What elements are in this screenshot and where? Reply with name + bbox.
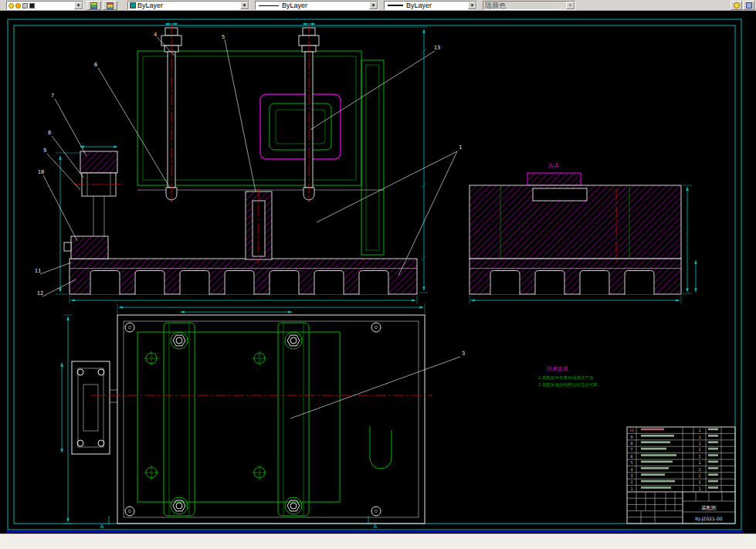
bom-row-no: 3 <box>630 473 632 478</box>
bom-row-qty: 1 <box>698 473 700 478</box>
bom-row-name-text <box>641 435 674 437</box>
lineweight-sample-icon <box>388 5 403 6</box>
callout-number: 1 <box>459 144 462 151</box>
lineweight-value: ByLayer <box>406 2 432 9</box>
title-block[interactable]: 装配图 RJ-JZ021-00 101918171615142312111 <box>627 427 735 524</box>
section-view-aa[interactable]: A-A <box>470 163 681 295</box>
layer-dropdown[interactable]: ▼ <box>6 1 83 10</box>
rail-left[interactable] <box>164 323 195 516</box>
toolbar-extra-button-2[interactable] <box>743 1 754 10</box>
application-window: ▼ ByLayer ▼ ByLayer ▼ ByLayer ▼ 随颜色 <box>0 0 756 549</box>
bom-row-material-text <box>708 467 718 469</box>
drawing-title: 装配图 <box>701 505 717 511</box>
plan-view[interactable] <box>72 315 432 524</box>
current-color-swatch <box>130 2 136 8</box>
bom-row-qty: 1 <box>698 460 700 465</box>
bom-row-qty: 2 <box>698 467 700 472</box>
lineweight-dropdown[interactable]: ByLayer ▼ <box>384 1 477 10</box>
tech-requirements-line: 2.装配后各活动部位应灵活可靠。 <box>538 382 602 388</box>
bom-row-no: 2 <box>630 480 632 484</box>
drawing-number: RJ-JZ021-00 <box>695 516 723 522</box>
cut-label-left: A <box>100 524 104 530</box>
chevron-down-icon: ▼ <box>566 2 575 9</box>
plotstyle-value: 随颜色 <box>485 2 506 9</box>
callout-number: 13 <box>434 45 440 51</box>
tech-requirements-line: 1.装配前所有零件须清洗干净; <box>538 375 595 381</box>
callout-number: 4 <box>154 32 157 38</box>
bom-row-qty: 1 <box>698 441 700 446</box>
layer-on-icon <box>8 3 14 8</box>
callout-number: 3 <box>462 351 465 357</box>
linetype-value: ByLayer <box>282 2 307 9</box>
bom-row-name-text <box>641 461 673 463</box>
callout-number: 12 <box>37 290 43 297</box>
chevron-down-icon[interactable]: ▼ <box>74 2 83 9</box>
bom-row-material-text <box>708 454 718 456</box>
bottom-strip <box>0 534 756 549</box>
layers-icon <box>107 2 114 9</box>
callout-number: 11 <box>35 268 41 274</box>
object-properties-toolbar: ▼ ByLayer ▼ ByLayer ▼ ByLayer ▼ 随颜色 <box>0 0 756 11</box>
plotstyle-dropdown: 随颜色 ▼ <box>483 1 575 10</box>
hook[interactable] <box>370 426 392 469</box>
bom-row-qty: 1 <box>698 454 700 459</box>
color-value: ByLayer <box>137 2 163 9</box>
layer-freeze-icon <box>15 3 21 8</box>
bom-row-material-text <box>708 435 718 437</box>
callout-number: 5 <box>222 34 225 40</box>
layer-lock-icon <box>22 3 28 8</box>
callout-number: 9 <box>43 147 46 154</box>
bom-row-name-text <box>641 441 670 443</box>
bom-row-material-text <box>708 441 718 443</box>
bom-row-no: 5 <box>630 460 632 465</box>
bom-row-no: 1 <box>630 486 632 491</box>
color-dropdown[interactable]: ByLayer ▼ <box>127 1 249 10</box>
cut-label-right: A <box>374 524 378 530</box>
linetype-dropdown[interactable]: ByLayer ▼ <box>255 1 378 10</box>
technical-requirements: 技术要求 1.装配前所有零件须清洗干净; 2.装配后各活动部位应灵活可靠。 <box>538 366 602 388</box>
bom-row-qty: 1 <box>698 480 700 484</box>
bom-row-no: 10 <box>629 428 634 432</box>
drawing-svg: A-A <box>0 11 756 534</box>
side-clamp-plan[interactable] <box>72 361 117 454</box>
bom-row-name-text <box>641 480 675 483</box>
bom-row-qty: 1 <box>698 428 700 432</box>
bom-row-qty: 1 <box>698 447 700 452</box>
bom-row-material-text <box>708 473 718 476</box>
bom-row-name-text <box>641 448 666 450</box>
layer-color-chip <box>29 3 35 8</box>
bom-row-qty: 1 <box>698 435 700 439</box>
chevron-down-icon[interactable]: ▼ <box>468 2 476 9</box>
chevron-down-icon[interactable]: ▼ <box>369 2 378 9</box>
bom-row-qty: 1 <box>698 486 700 491</box>
callout-number: 7 <box>51 93 54 99</box>
rail-right[interactable] <box>278 323 309 516</box>
bom-row-name-text <box>641 429 664 431</box>
sun-icon <box>734 2 740 8</box>
callout-number: 8 <box>48 130 51 136</box>
section-label: A-A <box>548 163 559 170</box>
bom-row-name-text <box>641 486 671 489</box>
layer-previous-button[interactable] <box>103 1 117 10</box>
tool-icon <box>746 2 752 8</box>
bom-row-material-text <box>708 480 718 483</box>
toolbar-extra-button-1[interactable] <box>731 1 742 10</box>
bom-row-no: 8 <box>630 441 632 446</box>
chevron-down-icon[interactable]: ▼ <box>240 2 249 9</box>
drawing-canvas[interactable]: A-A <box>0 11 756 534</box>
bom-row-no: 6 <box>630 454 632 459</box>
bom-row-no: 9 <box>630 435 632 439</box>
locating-holes <box>144 351 267 480</box>
linetype-sample-icon <box>259 5 279 6</box>
layers-icon <box>90 2 97 9</box>
callout-number: 10 <box>38 169 44 175</box>
front-view[interactable] <box>64 23 417 295</box>
bom-row-no: 7 <box>630 447 632 452</box>
callout-number: 6 <box>94 62 97 68</box>
tech-requirements-title: 技术要求 <box>546 366 568 372</box>
make-layer-current-button[interactable] <box>86 1 101 10</box>
bom-row-name-text <box>641 454 676 456</box>
bom-row-no: 4 <box>630 467 632 472</box>
bom-row-material-text <box>708 486 718 489</box>
bom-row-material-text <box>708 429 718 431</box>
